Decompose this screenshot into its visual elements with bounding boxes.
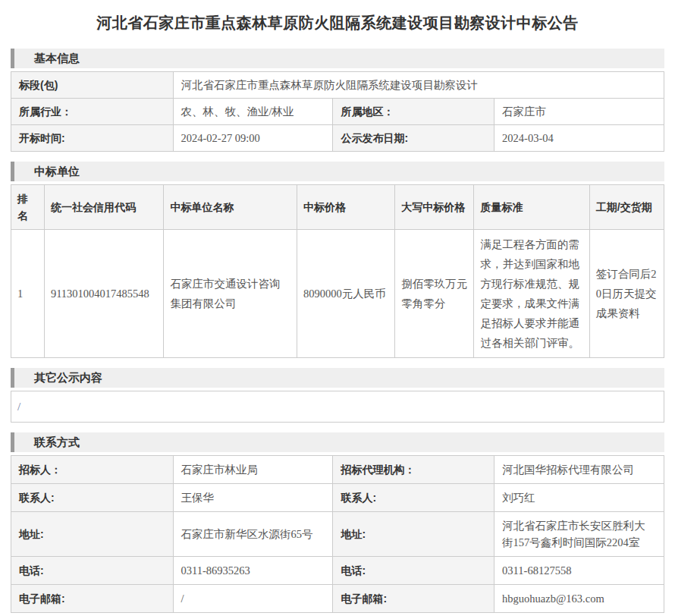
agency-address-label: 地址: bbox=[333, 512, 494, 557]
winner-table-header-row: 排名 统一社会信用代码 中标单位名称 中标价格 大写中标价格 质量标准 工期/交… bbox=[11, 185, 664, 230]
rank-cell: 1 bbox=[11, 230, 45, 358]
open-time-label: 开标时间: bbox=[11, 125, 174, 152]
agency-address-value: 河北省石家庄市长安区胜利大街157号鑫利时间国际2204室 bbox=[494, 512, 664, 557]
section-other-content: 其它公示内容 / bbox=[11, 368, 664, 423]
tenderer-contact-value: 王保华 bbox=[173, 484, 333, 512]
contact-table: 招标人： 石家庄市林业局 招标代理机构： 河北国华招标代理有限公司 联系人: 王… bbox=[11, 455, 664, 613]
column-header-company-name: 中标单位名称 bbox=[164, 185, 297, 230]
column-header-delivery-period: 工期/交货期 bbox=[589, 185, 664, 230]
column-header-credit-code: 统一社会信用代码 bbox=[44, 185, 164, 230]
section-heading-other-content: 其它公示内容 bbox=[11, 368, 664, 388]
agency-value: 河北国华招标代理有限公司 bbox=[494, 456, 664, 484]
column-header-quality-standard: 质量标准 bbox=[474, 185, 589, 230]
region-label: 所属地区： bbox=[333, 99, 494, 125]
tenderer-contact-label: 联系人: bbox=[11, 484, 174, 512]
section-basic-info: 基本信息 标段(包) 河北省石家庄市重点森林草原防火阻隔系统建设项目勘察设计 所… bbox=[11, 49, 664, 152]
tenderer-label: 招标人： bbox=[11, 456, 174, 484]
company-name-cell: 石家庄市交通设计咨询集团有限公司 bbox=[164, 230, 297, 358]
basic-info-table: 标段(包) 河北省石家庄市重点森林草原防火阻隔系统建设项目勘察设计 所属行业： … bbox=[11, 71, 664, 152]
price-in-words-cell: 捌佰零玖万元零角零分 bbox=[395, 230, 474, 358]
delivery-period-cell: 签订合同后20日历天提交成果资料 bbox=[589, 230, 664, 358]
publish-date-value: 2024-03-04 bbox=[494, 125, 664, 152]
tenderer-phone-label: 电话: bbox=[11, 557, 174, 585]
section-heading-winner: 中标单位 bbox=[11, 162, 664, 181]
announcement-page: 河北省石家庄市重点森林草原防火阻隔系统建设项目勘察设计中标公告 基本信息 标段(… bbox=[0, 13, 675, 616]
column-header-rank: 排名 bbox=[11, 185, 45, 230]
table-row: 招标人： 石家庄市林业局 招标代理机构： 河北国华招标代理有限公司 bbox=[11, 456, 664, 484]
other-content-box: / bbox=[11, 391, 664, 423]
table-row: 所属行业： 农、林、牧、渔业/林业 所属地区： 石家庄市 bbox=[11, 99, 664, 125]
agency-email-value: hbguohuazb@163.com bbox=[494, 585, 664, 613]
publish-date-label: 公示发布日期: bbox=[333, 125, 494, 152]
agency-email-label: 电子邮箱: bbox=[333, 585, 494, 613]
table-row: 地址: 石家庄市新华区水源街65号 地址: 河北省石家庄市长安区胜利大街157号… bbox=[11, 512, 664, 557]
winner-table: 排名 统一社会信用代码 中标单位名称 中标价格 大写中标价格 质量标准 工期/交… bbox=[11, 184, 664, 358]
column-header-price-in-words: 大写中标价格 bbox=[395, 185, 474, 230]
agency-contact-value: 刘巧红 bbox=[494, 484, 664, 512]
table-row: 开标时间: 2024-02-27 09:00 公示发布日期: 2024-03-0… bbox=[11, 125, 664, 152]
industry-value: 农、林、牧、渔业/林业 bbox=[173, 99, 333, 125]
tenderer-email-label: 电子邮箱: bbox=[11, 585, 174, 613]
tenderer-email-value: / bbox=[173, 585, 333, 613]
table-row: 电子邮箱: / 电子邮箱: hbguohuazb@163.com bbox=[11, 585, 664, 613]
column-header-bid-price: 中标价格 bbox=[297, 185, 395, 230]
section-heading-basic-info: 基本信息 bbox=[11, 49, 664, 68]
page-title: 河北省石家庄市重点森林草原防火阻隔系统建设项目勘察设计中标公告 bbox=[11, 13, 664, 33]
open-time-value: 2024-02-27 09:00 bbox=[173, 125, 333, 152]
agency-phone-label: 电话: bbox=[333, 557, 494, 585]
agency-contact-label: 联系人: bbox=[333, 484, 494, 512]
package-value: 河北省石家庄市重点森林草原防火阻隔系统建设项目勘察设计 bbox=[173, 72, 664, 99]
section-contact: 联系方式 招标人： 石家庄市林业局 招标代理机构： 河北国华招标代理有限公司 联… bbox=[11, 432, 664, 613]
tenderer-value: 石家庄市林业局 bbox=[173, 456, 333, 484]
table-row: 电话: 0311-86935263 电话: 0311-68127558 bbox=[11, 557, 664, 585]
agency-label: 招标代理机构： bbox=[333, 456, 494, 484]
tenderer-phone-value: 0311-86935263 bbox=[173, 557, 333, 585]
quality-standard-cell: 满足工程各方面的需求，并达到国家和地方现行标准规范、规定要求，成果文件满足招标人… bbox=[474, 230, 589, 358]
winner-table-data-row: 1 911301004017485548 石家庄市交通设计咨询集团有限公司 80… bbox=[11, 230, 664, 358]
table-row: 联系人: 王保华 联系人: 刘巧红 bbox=[11, 484, 664, 512]
table-row: 标段(包) 河北省石家庄市重点森林草原防火阻隔系统建设项目勘察设计 bbox=[11, 72, 664, 99]
tenderer-address-value: 石家庄市新华区水源街65号 bbox=[173, 512, 333, 557]
tenderer-address-label: 地址: bbox=[11, 512, 174, 557]
region-value: 石家庄市 bbox=[494, 99, 664, 125]
bid-price-cell: 8090000元人民币 bbox=[297, 230, 395, 358]
package-label: 标段(包) bbox=[11, 72, 174, 99]
industry-label: 所属行业： bbox=[11, 99, 174, 125]
credit-code-cell: 911301004017485548 bbox=[44, 230, 164, 358]
agency-phone-value: 0311-68127558 bbox=[494, 557, 664, 585]
section-winner: 中标单位 排名 统一社会信用代码 中标单位名称 中标价格 大写中标价格 质量标准… bbox=[11, 162, 664, 358]
section-heading-contact: 联系方式 bbox=[11, 432, 664, 452]
